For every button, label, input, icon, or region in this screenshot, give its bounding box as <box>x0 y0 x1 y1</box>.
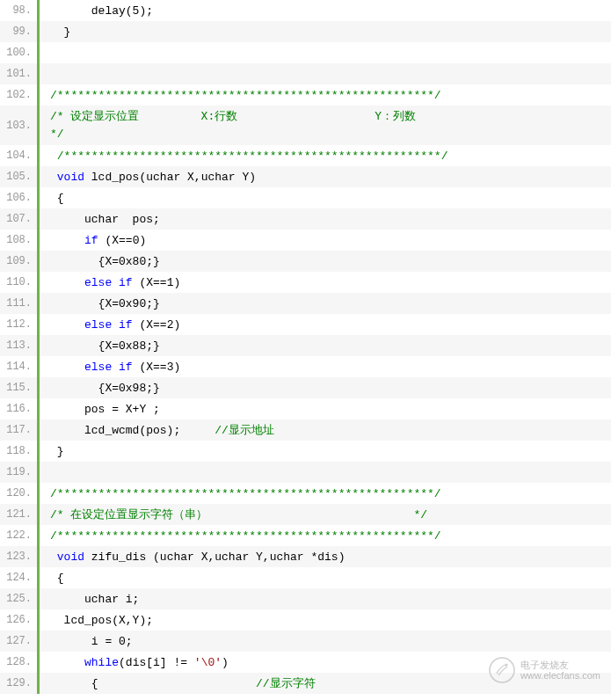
line-number: 127. <box>0 631 40 652</box>
code-line[interactable]: 112. else if (X==2) <box>0 314 611 335</box>
line-number: 109. <box>0 251 40 272</box>
code-line[interactable]: 101. <box>0 63 611 84</box>
code-token: {X=0x88;} <box>50 339 160 353</box>
code-token <box>50 466 57 479</box>
code-line[interactable]: 122./***********************************… <box>0 525 611 546</box>
code-line[interactable]: 126. lcd_pos(X,Y); <box>0 609 611 631</box>
code-content[interactable]: if (X==0) <box>40 230 611 251</box>
code-content[interactable]: } <box>40 441 611 462</box>
code-content[interactable]: /***************************************… <box>40 483 611 504</box>
code-token: } <box>50 445 64 458</box>
code-content[interactable]: /* 在设定位置显示字符（串） */ <box>40 504 611 525</box>
line-number: 119. <box>0 462 40 483</box>
code-line[interactable]: 118. } <box>0 441 611 462</box>
code-token: if <box>119 276 133 289</box>
code-content[interactable]: while(dis[i] != '\0') <box>40 652 611 673</box>
line-number: 120. <box>0 483 40 504</box>
code-line[interactable]: 121./* 在设定位置显示字符（串） */ <box>0 504 611 525</box>
code-token: delay(5); <box>50 4 153 18</box>
code-token: if <box>84 234 98 247</box>
line-number: 112. <box>0 314 40 335</box>
code-content[interactable]: void zifu_dis (uchar X,uchar Y,uchar *di… <box>40 546 611 567</box>
line-number: 108. <box>0 230 40 251</box>
code-line[interactable]: 119. <box>0 462 611 483</box>
code-line[interactable]: 106. { <box>0 187 611 208</box>
code-line[interactable]: 108. if (X==0) <box>0 230 611 251</box>
code-line[interactable]: 116. pos = X+Y ; <box>0 398 611 419</box>
line-number: 115. <box>0 377 40 398</box>
code-content[interactable]: { //显示字符 <box>40 673 611 694</box>
code-editor[interactable]: 98. delay(5);99. }100. 101. 102./*******… <box>0 0 611 694</box>
code-line[interactable]: 120./***********************************… <box>0 483 611 504</box>
code-token: (X==2) <box>133 318 181 332</box>
code-line[interactable]: 117. lcd_wcmd(pos); //显示地址 <box>0 419 611 441</box>
line-number: 121. <box>0 504 40 525</box>
code-token: {X=0x80;} <box>50 255 160 268</box>
code-token: zifu_dis (uchar X,uchar Y,uchar *dis) <box>84 551 345 564</box>
code-line[interactable]: 114. else if (X==3) <box>0 356 611 377</box>
code-content[interactable]: lcd_pos(X,Y); <box>40 609 611 631</box>
code-content[interactable] <box>40 462 611 483</box>
code-line[interactable]: 113. {X=0x88;} <box>0 335 611 356</box>
code-line[interactable]: 127. i = 0; <box>0 631 611 652</box>
code-token: i = 0; <box>50 635 133 648</box>
line-number: 102. <box>0 84 40 106</box>
code-token: /***************************************… <box>50 487 441 500</box>
code-content[interactable]: else if (X==1) <box>40 272 611 293</box>
code-line[interactable]: 98. delay(5); <box>0 0 611 21</box>
code-token <box>112 276 119 289</box>
code-content[interactable]: else if (X==2) <box>40 314 611 335</box>
code-content[interactable]: /***************************************… <box>40 84 611 106</box>
code-token: ) <box>222 656 229 669</box>
code-content[interactable]: {X=0x98;} <box>40 377 611 398</box>
code-line[interactable]: 103./* 设定显示位置 X:行数 Y：列数 */ <box>0 106 611 145</box>
code-content[interactable]: uchar pos; <box>40 208 611 230</box>
code-line[interactable]: 102./***********************************… <box>0 84 611 106</box>
code-content[interactable]: /***************************************… <box>40 145 611 166</box>
code-content[interactable]: else if (X==3) <box>40 356 611 377</box>
code-token: } <box>50 26 70 39</box>
line-number: 129. <box>0 673 40 694</box>
code-content[interactable]: {X=0x88;} <box>40 335 611 356</box>
code-content[interactable]: void lcd_pos(uchar X,uchar Y) <box>40 166 611 187</box>
code-token: else <box>84 318 112 332</box>
code-line[interactable]: 110. else if (X==1) <box>0 272 611 293</box>
code-content[interactable]: pos = X+Y ; <box>40 398 611 419</box>
code-line[interactable]: 100. <box>0 42 611 63</box>
code-content[interactable]: } <box>40 21 611 42</box>
code-content[interactable] <box>40 63 611 84</box>
line-number: 122. <box>0 525 40 546</box>
code-line[interactable]: 105. void lcd_pos(uchar X,uchar Y) <box>0 166 611 187</box>
code-content[interactable]: uchar i; <box>40 588 611 609</box>
code-line[interactable]: 115. {X=0x98;} <box>0 377 611 398</box>
code-line[interactable]: 125. uchar i; <box>0 588 611 609</box>
code-content[interactable]: {X=0x90;} <box>40 293 611 314</box>
line-number: 118. <box>0 441 40 462</box>
code-token: { <box>50 677 256 690</box>
code-content[interactable] <box>40 42 611 63</box>
code-line[interactable]: 109. {X=0x80;} <box>0 251 611 272</box>
line-number: 128. <box>0 652 40 673</box>
code-content[interactable]: {X=0x80;} <box>40 251 611 272</box>
line-number: 100. <box>0 42 40 63</box>
code-line[interactable]: 111. {X=0x90;} <box>0 293 611 314</box>
code-content[interactable]: delay(5); <box>40 0 611 21</box>
code-line[interactable]: 128. while(dis[i] != '\0') <box>0 652 611 673</box>
code-token: uchar i; <box>50 593 139 606</box>
code-line[interactable]: 129. { //显示字符 <box>0 673 611 694</box>
code-line[interactable]: 99. } <box>0 21 611 42</box>
line-number: 105. <box>0 166 40 187</box>
code-token <box>50 318 84 332</box>
code-line[interactable]: 124. { <box>0 567 611 588</box>
code-line[interactable]: 107. uchar pos; <box>0 208 611 230</box>
code-token: else <box>84 276 112 289</box>
code-content[interactable]: { <box>40 567 611 588</box>
code-content[interactable]: /* 设定显示位置 X:行数 Y：列数 */ <box>40 106 611 145</box>
code-content[interactable]: lcd_wcmd(pos); //显示地址 <box>40 419 611 441</box>
code-token: /***************************************… <box>50 89 441 102</box>
code-content[interactable]: /***************************************… <box>40 525 611 546</box>
code-line[interactable]: 104. /**********************************… <box>0 145 611 166</box>
code-content[interactable]: i = 0; <box>40 631 611 652</box>
code-line[interactable]: 123. void zifu_dis (uchar X,uchar Y,ucha… <box>0 546 611 567</box>
code-content[interactable]: { <box>40 187 611 208</box>
